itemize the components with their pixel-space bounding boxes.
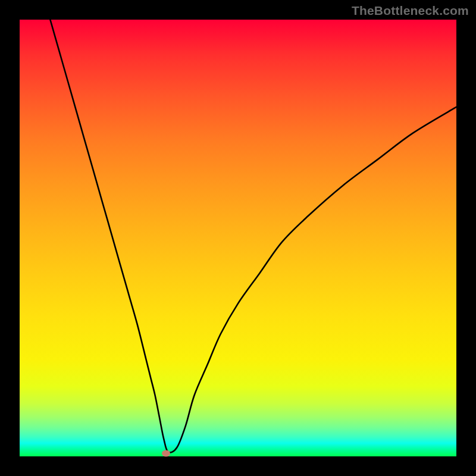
bottleneck-curve-line — [50, 20, 456, 453]
plot-area — [20, 20, 456, 456]
watermark-text: TheBottleneck.com — [352, 4, 469, 18]
optimum-marker — [162, 450, 170, 456]
chart-frame: TheBottleneck.com — [0, 0, 476, 476]
curve-svg — [20, 20, 456, 456]
